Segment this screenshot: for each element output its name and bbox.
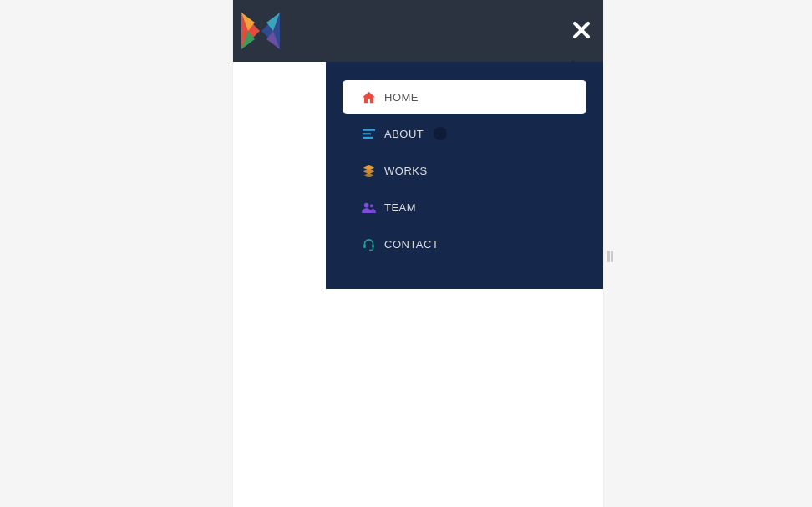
logo-icon xyxy=(241,13,280,49)
notification-badge xyxy=(434,127,447,140)
nav-item-label: ABOUT xyxy=(384,128,424,140)
app-viewport: HOME ABOUT WORKS xyxy=(233,0,603,507)
svg-point-15 xyxy=(369,204,373,207)
header-bar xyxy=(233,0,603,62)
layers-icon xyxy=(359,165,378,177)
svg-rect-8 xyxy=(363,129,375,130)
home-icon xyxy=(359,91,378,104)
scroll-handle[interactable] xyxy=(607,251,610,262)
nav-item-label: TEAM xyxy=(384,201,416,214)
bars-icon xyxy=(359,129,378,139)
users-icon xyxy=(359,202,378,213)
nav-item-contact[interactable]: CONTACT xyxy=(343,227,586,261)
logo[interactable] xyxy=(241,13,280,49)
svg-rect-16 xyxy=(363,244,366,247)
nav-item-team[interactable]: TEAM xyxy=(343,190,586,224)
svg-rect-10 xyxy=(363,136,373,138)
nav-item-label: WORKS xyxy=(384,165,428,177)
nav-dropdown: HOME ABOUT WORKS xyxy=(326,62,603,289)
svg-rect-17 xyxy=(372,244,374,247)
nav-item-label: HOME xyxy=(384,91,419,104)
svg-marker-13 xyxy=(363,172,374,176)
nav-item-about[interactable]: ABOUT xyxy=(343,117,586,150)
nav-item-works[interactable]: WORKS xyxy=(343,154,586,187)
headset-icon xyxy=(359,238,378,251)
close-menu-button[interactable] xyxy=(573,19,590,43)
svg-rect-9 xyxy=(363,133,371,134)
nav-item-label: CONTACT xyxy=(384,238,439,251)
svg-point-14 xyxy=(363,202,368,207)
nav-item-home[interactable]: HOME xyxy=(343,80,586,114)
close-icon xyxy=(573,22,590,38)
